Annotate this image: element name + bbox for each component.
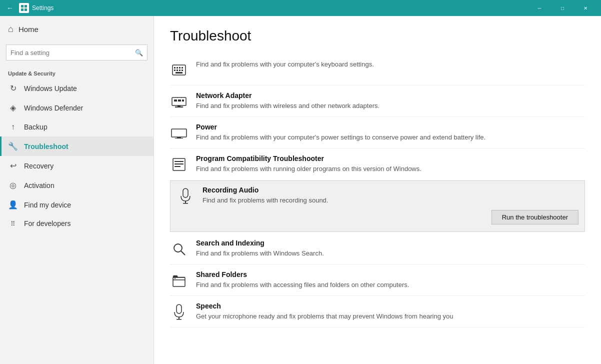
- back-button[interactable]: ←: [4, 2, 16, 14]
- svg-rect-3: [24, 8, 27, 11]
- speech-icon: [170, 303, 188, 321]
- svg-rect-11: [179, 70, 180, 71]
- network-adapter-desc: Find and fix problems with wireless and …: [196, 102, 585, 110]
- svg-rect-10: [176, 70, 178, 71]
- nav-label-recovery: Recovery: [24, 162, 54, 170]
- search-indexing-title: Search and Indexing: [196, 239, 585, 247]
- sidebar-item-find-device[interactable]: 👤 Find my device: [0, 195, 154, 214]
- search-indexing-desc: Find and fix problems with Windows Searc…: [196, 249, 585, 258]
- titlebar: ← Settings ─ □ ✕: [0, 0, 601, 16]
- speech-text: Speech Get your microphone ready and fix…: [196, 302, 585, 321]
- run-btn-row: Run the troubleshooter: [176, 210, 578, 224]
- sidebar-item-for-developers[interactable]: ⠿ For developers: [0, 214, 154, 232]
- svg-rect-19: [175, 106, 183, 108]
- sidebar-item-backup[interactable]: ↑ Backup: [0, 118, 154, 136]
- recording-audio-text: Recording Audio Find and fix problems wi…: [202, 186, 578, 205]
- svg-rect-7: [179, 67, 180, 68]
- svg-line-31: [181, 251, 185, 255]
- shared-folders-desc: Find and fix problems with accessing fil…: [196, 280, 585, 290]
- svg-rect-20: [172, 129, 186, 137]
- recording-audio-title: Recording Audio: [202, 186, 578, 194]
- speech-desc: Get your microphone ready and fix proble…: [196, 312, 585, 321]
- svg-point-34: [174, 278, 176, 279]
- svg-rect-36: [178, 317, 180, 319]
- recording-audio-icon: [176, 187, 194, 205]
- svg-rect-5: [174, 67, 176, 68]
- svg-rect-33: [173, 280, 185, 280]
- run-troubleshooter-button[interactable]: Run the troubleshooter: [492, 210, 578, 224]
- minimize-button[interactable]: ─: [528, 0, 551, 16]
- troubleshoot-item-shared-folders: Shared Folders Find and fix problems wit…: [170, 264, 585, 296]
- troubleshoot-item-program-compat: Program Compatibility Troubleshooter Fin…: [170, 148, 585, 180]
- main-content: Troubleshoot Find and fix problems with …: [154, 16, 601, 364]
- svg-rect-12: [182, 70, 183, 71]
- sidebar-item-windows-update[interactable]: ↻ Windows Update: [0, 78, 154, 98]
- troubleshoot-item-network-adapter: Network Adapter Find and fix problems wi…: [170, 86, 585, 117]
- svg-rect-0: [21, 5, 24, 8]
- troubleshoot-item-speech: Speech Get your microphone ready and fix…: [170, 296, 585, 328]
- keyboard-desc: Find and fix problems with your computer…: [196, 60, 585, 69]
- activation-icon: ◎: [8, 180, 18, 190]
- network-adapter-text: Network Adapter Find and fix problems wi…: [196, 92, 585, 110]
- network-adapter-title: Network Adapter: [196, 92, 585, 100]
- nav-label-backup: Backup: [24, 123, 48, 131]
- shared-folders-title: Shared Folders: [196, 270, 585, 278]
- network-adapter-icon: [170, 92, 188, 110]
- search-input[interactable]: [10, 49, 135, 56]
- svg-rect-35: [176, 304, 182, 314]
- power-icon: [170, 124, 188, 142]
- program-compat-icon: [170, 156, 188, 174]
- nav-label-activation: Activation: [24, 182, 54, 190]
- shared-folders-icon: [170, 272, 188, 290]
- keyboard-text: Find and fix problems with your computer…: [196, 60, 585, 69]
- svg-rect-13: [176, 72, 182, 74]
- program-compat-title: Program Compatibility Troubleshooter: [196, 154, 585, 162]
- recording-audio-desc: Find and fix problems with recording sou…: [202, 196, 578, 205]
- svg-rect-25: [174, 164, 184, 164]
- find-device-icon: 👤: [8, 200, 18, 210]
- search-indexing-icon: [170, 240, 188, 258]
- svg-rect-16: [178, 100, 181, 102]
- svg-rect-24: [174, 161, 184, 162]
- windows-defender-icon: ◈: [8, 103, 18, 112]
- sidebar-item-activation[interactable]: ◎ Activation: [0, 176, 154, 195]
- home-label: Home: [18, 25, 38, 34]
- windows-update-icon: ↻: [8, 84, 18, 93]
- close-button[interactable]: ✕: [574, 0, 597, 16]
- home-nav-item[interactable]: ⌂ Home: [0, 16, 154, 42]
- program-compat-text: Program Compatibility Troubleshooter Fin…: [196, 154, 585, 174]
- svg-rect-26: [174, 166, 180, 167]
- svg-rect-9: [174, 70, 176, 71]
- search-box: 🔍: [6, 44, 148, 60]
- troubleshoot-item-search-indexing: Search and Indexing Find and fix problem…: [170, 233, 585, 264]
- maximize-button[interactable]: □: [551, 0, 574, 16]
- sidebar-item-troubleshoot[interactable]: 🔧 Troubleshoot: [0, 136, 154, 156]
- svg-point-30: [174, 244, 182, 252]
- power-desc: Find and fix problems with your computer…: [196, 133, 585, 142]
- sidebar: ⌂ Home 🔍 Update & Security ↻ Windows Upd…: [0, 16, 154, 364]
- search-icon[interactable]: 🔍: [135, 49, 143, 56]
- app-icon: [19, 3, 29, 13]
- sidebar-item-windows-defender[interactable]: ◈ Windows Defender: [0, 98, 154, 118]
- nav-label-troubleshoot: Troubleshoot: [24, 142, 68, 150]
- nav-label-windows-defender: Windows Defender: [24, 104, 83, 112]
- svg-rect-17: [182, 100, 184, 102]
- window-controls: ─ □ ✕: [528, 0, 597, 16]
- home-icon: ⌂: [8, 24, 14, 34]
- window-title: Settings: [32, 4, 528, 12]
- svg-rect-1: [24, 5, 27, 8]
- nav-label-find-device: Find my device: [24, 201, 71, 209]
- svg-rect-28: [185, 201, 186, 203]
- troubleshoot-icon: 🔧: [8, 142, 18, 151]
- recording-audio-inner: Recording Audio Find and fix problems wi…: [176, 186, 578, 205]
- sidebar-item-recovery[interactable]: ↩ Recovery: [0, 156, 154, 176]
- nav-label-for-developers: For developers: [24, 220, 70, 228]
- troubleshoot-item-power: Power Find and fix problems with your co…: [170, 117, 585, 148]
- power-text: Power Find and fix problems with your co…: [196, 123, 585, 142]
- troubleshoot-item-keyboard: Find and fix problems with your computer…: [170, 54, 585, 86]
- svg-rect-6: [176, 67, 178, 68]
- shared-folders-text: Shared Folders Find and fix problems wit…: [196, 270, 585, 290]
- svg-rect-27: [183, 188, 188, 198]
- page-title: Troubleshoot: [170, 28, 585, 44]
- power-title: Power: [196, 123, 585, 131]
